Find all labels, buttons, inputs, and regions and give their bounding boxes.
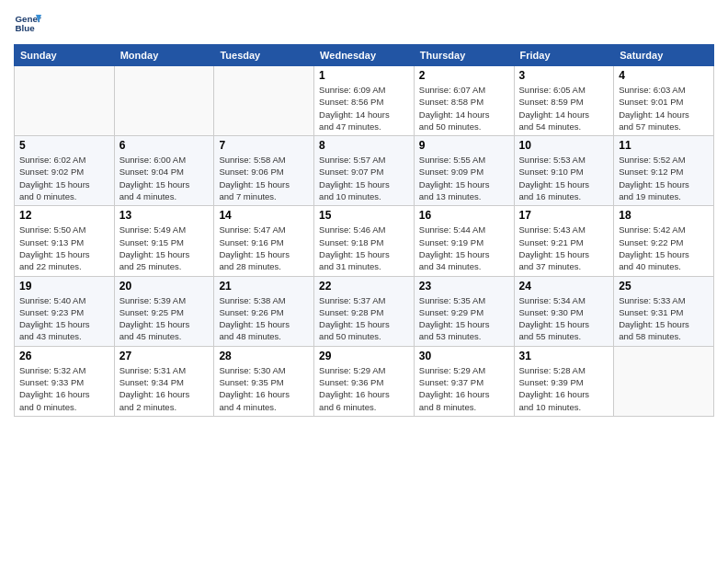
day-cell: 18Sunrise: 5:42 AMSunset: 9:22 PMDayligh…: [614, 206, 714, 276]
day-cell: 10Sunrise: 5:53 AMSunset: 9:10 PMDayligh…: [514, 136, 614, 206]
day-cell: 26Sunrise: 5:32 AMSunset: 9:33 PMDayligh…: [15, 346, 115, 416]
day-number: 13: [119, 209, 210, 222]
col-header-thursday: Thursday: [414, 45, 514, 66]
day-detail: Sunrise: 5:42 AMSunset: 9:22 PMDaylight:…: [619, 224, 709, 272]
day-cell: 2Sunrise: 6:07 AMSunset: 8:58 PMDaylight…: [414, 66, 514, 136]
day-number: 12: [19, 209, 109, 222]
day-detail: Sunrise: 6:02 AMSunset: 9:02 PMDaylight:…: [19, 154, 109, 202]
day-cell: 4Sunrise: 6:03 AMSunset: 9:01 PMDaylight…: [614, 66, 714, 136]
day-detail: Sunrise: 6:00 AMSunset: 9:04 PMDaylight:…: [119, 154, 210, 202]
day-cell: [214, 66, 314, 136]
day-cell: [15, 66, 115, 136]
day-cell: 22Sunrise: 5:37 AMSunset: 9:28 PMDayligh…: [314, 276, 415, 346]
day-number: 27: [119, 350, 210, 362]
day-cell: 28Sunrise: 5:30 AMSunset: 9:35 PMDayligh…: [214, 346, 314, 416]
day-number: 28: [219, 350, 309, 362]
day-detail: Sunrise: 5:52 AMSunset: 9:12 PMDaylight:…: [619, 154, 709, 202]
day-number: 26: [19, 350, 109, 362]
day-detail: Sunrise: 6:05 AMSunset: 8:59 PMDaylight:…: [519, 84, 609, 132]
day-detail: Sunrise: 5:29 AMSunset: 9:37 PMDaylight:…: [419, 364, 509, 413]
day-detail: Sunrise: 5:53 AMSunset: 9:10 PMDaylight:…: [519, 154, 609, 202]
day-number: 31: [519, 350, 609, 362]
day-cell: 12Sunrise: 5:50 AMSunset: 9:13 PMDayligh…: [15, 206, 115, 276]
day-detail: Sunrise: 6:03 AMSunset: 9:01 PMDaylight:…: [619, 84, 709, 132]
day-detail: Sunrise: 5:37 AMSunset: 9:28 PMDaylight:…: [319, 294, 409, 343]
col-header-monday: Monday: [114, 45, 214, 66]
calendar-table: SundayMondayTuesdayWednesdayThursdayFrid…: [14, 44, 714, 417]
day-cell: 6Sunrise: 6:00 AMSunset: 9:04 PMDaylight…: [114, 136, 214, 206]
day-detail: Sunrise: 5:57 AMSunset: 9:07 PMDaylight:…: [319, 154, 409, 202]
day-cell: 24Sunrise: 5:34 AMSunset: 9:30 PMDayligh…: [514, 276, 614, 346]
day-cell: 7Sunrise: 5:58 AMSunset: 9:06 PMDaylight…: [214, 136, 314, 206]
day-detail: Sunrise: 5:29 AMSunset: 9:36 PMDaylight:…: [319, 364, 409, 413]
col-header-wednesday: Wednesday: [314, 45, 415, 66]
day-cell: 9Sunrise: 5:55 AMSunset: 9:09 PMDaylight…: [414, 136, 514, 206]
week-row-1: 1Sunrise: 6:09 AMSunset: 8:56 PMDaylight…: [15, 66, 714, 136]
day-detail: Sunrise: 5:47 AMSunset: 9:16 PMDaylight:…: [219, 224, 309, 272]
day-detail: Sunrise: 5:50 AMSunset: 9:13 PMDaylight:…: [19, 224, 109, 272]
day-cell: 27Sunrise: 5:31 AMSunset: 9:34 PMDayligh…: [114, 346, 214, 416]
week-row-3: 12Sunrise: 5:50 AMSunset: 9:13 PMDayligh…: [15, 206, 714, 276]
day-number: 7: [219, 139, 309, 152]
day-cell: 29Sunrise: 5:29 AMSunset: 9:36 PMDayligh…: [314, 346, 415, 416]
day-detail: Sunrise: 5:34 AMSunset: 9:30 PMDaylight:…: [519, 294, 609, 343]
day-detail: Sunrise: 5:44 AMSunset: 9:19 PMDaylight:…: [419, 224, 509, 272]
day-number: 15: [319, 209, 409, 222]
day-number: 6: [119, 139, 210, 152]
day-cell: 11Sunrise: 5:52 AMSunset: 9:12 PMDayligh…: [614, 136, 714, 206]
day-cell: 8Sunrise: 5:57 AMSunset: 9:07 PMDaylight…: [314, 136, 415, 206]
logo: General Blue: [14, 9, 45, 37]
day-detail: Sunrise: 5:30 AMSunset: 9:35 PMDaylight:…: [219, 364, 309, 413]
day-number: 24: [519, 280, 609, 293]
day-cell: 16Sunrise: 5:44 AMSunset: 9:19 PMDayligh…: [414, 206, 514, 276]
day-number: 1: [319, 69, 409, 82]
calendar-header: General Blue: [14, 9, 714, 37]
day-number: 14: [219, 209, 309, 222]
day-cell: 25Sunrise: 5:33 AMSunset: 9:31 PMDayligh…: [614, 276, 714, 346]
day-number: 11: [619, 139, 709, 152]
day-cell: 30Sunrise: 5:29 AMSunset: 9:37 PMDayligh…: [414, 346, 514, 416]
day-number: 5: [19, 139, 109, 152]
day-cell: 17Sunrise: 5:43 AMSunset: 9:21 PMDayligh…: [514, 206, 614, 276]
day-detail: Sunrise: 5:33 AMSunset: 9:31 PMDaylight:…: [619, 294, 709, 343]
day-cell: 5Sunrise: 6:02 AMSunset: 9:02 PMDaylight…: [15, 136, 115, 206]
day-detail: Sunrise: 5:55 AMSunset: 9:09 PMDaylight:…: [419, 154, 509, 202]
day-detail: Sunrise: 5:39 AMSunset: 9:25 PMDaylight:…: [119, 294, 210, 343]
day-number: 4: [619, 69, 709, 82]
day-number: 9: [419, 139, 509, 152]
day-detail: Sunrise: 5:35 AMSunset: 9:29 PMDaylight:…: [419, 294, 509, 343]
header-row: SundayMondayTuesdayWednesdayThursdayFrid…: [15, 45, 714, 66]
day-number: 22: [319, 280, 409, 293]
day-cell: 1Sunrise: 6:09 AMSunset: 8:56 PMDaylight…: [314, 66, 415, 136]
day-number: 25: [619, 280, 709, 293]
day-number: 16: [419, 209, 509, 222]
day-cell: 31Sunrise: 5:28 AMSunset: 9:39 PMDayligh…: [514, 346, 614, 416]
day-detail: Sunrise: 5:31 AMSunset: 9:34 PMDaylight:…: [119, 364, 210, 413]
day-detail: Sunrise: 5:58 AMSunset: 9:06 PMDaylight:…: [219, 154, 309, 202]
day-detail: Sunrise: 5:49 AMSunset: 9:15 PMDaylight:…: [119, 224, 210, 272]
logo-icon: General Blue: [14, 9, 41, 37]
day-detail: Sunrise: 5:46 AMSunset: 9:18 PMDaylight:…: [319, 224, 409, 272]
day-number: 10: [519, 139, 609, 152]
day-cell: [114, 66, 214, 136]
day-detail: Sunrise: 5:28 AMSunset: 9:39 PMDaylight:…: [519, 364, 609, 413]
day-number: 18: [619, 209, 709, 222]
col-header-saturday: Saturday: [614, 45, 714, 66]
col-header-friday: Friday: [514, 45, 614, 66]
day-cell: 20Sunrise: 5:39 AMSunset: 9:25 PMDayligh…: [114, 276, 214, 346]
day-cell: [614, 346, 714, 416]
day-cell: 15Sunrise: 5:46 AMSunset: 9:18 PMDayligh…: [314, 206, 415, 276]
day-number: 29: [319, 350, 409, 362]
day-number: 8: [319, 139, 409, 152]
day-number: 30: [419, 350, 509, 362]
day-detail: Sunrise: 6:09 AMSunset: 8:56 PMDaylight:…: [319, 84, 409, 132]
col-header-tuesday: Tuesday: [214, 45, 314, 66]
week-row-2: 5Sunrise: 6:02 AMSunset: 9:02 PMDaylight…: [15, 136, 714, 206]
day-cell: 14Sunrise: 5:47 AMSunset: 9:16 PMDayligh…: [214, 206, 314, 276]
day-cell: 23Sunrise: 5:35 AMSunset: 9:29 PMDayligh…: [414, 276, 514, 346]
svg-text:Blue: Blue: [16, 23, 36, 33]
day-number: 19: [19, 280, 109, 293]
day-number: 21: [219, 280, 309, 293]
day-number: 23: [419, 280, 509, 293]
day-detail: Sunrise: 5:40 AMSunset: 9:23 PMDaylight:…: [19, 294, 109, 343]
